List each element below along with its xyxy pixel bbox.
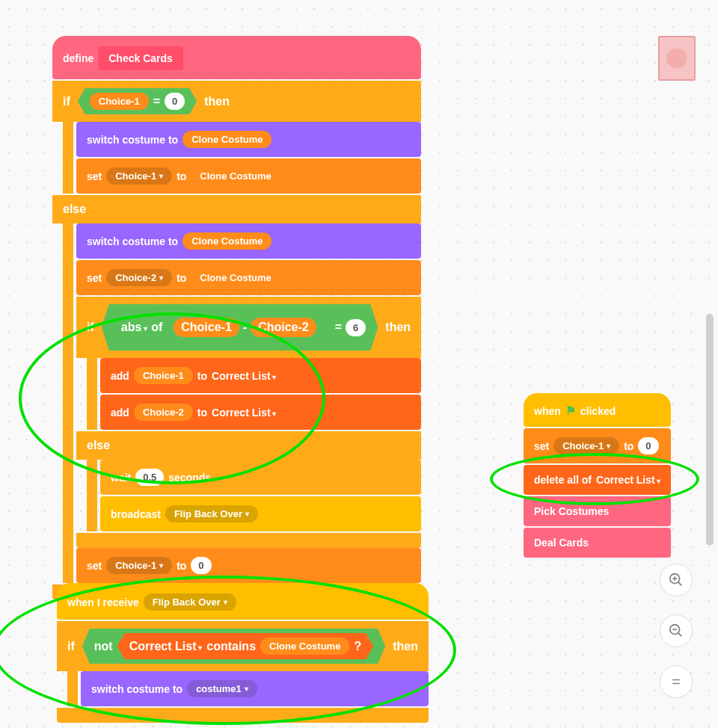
message-dropdown[interactable]: Flip Back Over (144, 593, 236, 611)
when-receive-label: when I receive (67, 596, 139, 608)
set-label: set (87, 272, 102, 284)
abs-of-block[interactable]: abs of Choice-1 - Choice-2 (114, 309, 331, 346)
then-label: then (204, 95, 230, 108)
sprite-thumbnail[interactable] (658, 36, 696, 81)
clicked-label: clicked (580, 405, 616, 417)
else-label: else (76, 431, 421, 460)
switch-costume-block[interactable]: switch costume to costume1 (81, 671, 429, 706)
costume-dropdown[interactable]: costume1 (187, 680, 257, 697)
define-proc-name: Check Cards (98, 46, 183, 70)
choice1-reporter[interactable]: Choice-1 (134, 367, 193, 384)
to-label: to (177, 560, 186, 572)
set-value[interactable]: 0 (638, 437, 658, 454)
choice1-reporter[interactable]: Choice-1 (90, 93, 149, 110)
when-receive-block[interactable]: when I receive Flip Back Over (57, 583, 429, 620)
choice1-dropdown[interactable]: Choice-1 (106, 167, 172, 185)
c-block-cap (76, 533, 421, 548)
clone-costume-reporter[interactable]: Clone Costume (260, 638, 349, 655)
question-mark: ? (354, 640, 361, 653)
wait-label: wait (111, 472, 131, 484)
choice1-dropdown[interactable]: Choice-1 (106, 557, 172, 574)
clone-costume-reporter[interactable]: Clone Costume (191, 269, 280, 286)
if-block[interactable]: if not Correct List contains Clone Costu… (57, 621, 429, 723)
not-condition[interactable]: not Correct List contains Clone Costume … (82, 629, 385, 664)
contains-label: contains (206, 640, 256, 653)
zoom-reset-button[interactable]: = (660, 665, 693, 698)
equals-value[interactable]: 0 (165, 93, 185, 110)
add-to-list-block[interactable]: add Choice-1 to Correct List (100, 358, 421, 393)
svg-line-2 (678, 582, 682, 586)
zoom-out-icon (668, 623, 684, 639)
to-label: to (624, 440, 633, 452)
correct-list-dropdown[interactable]: Correct List (129, 640, 203, 653)
define-block[interactable]: define Check Cards (52, 36, 421, 79)
vertical-scrollbar[interactable] (706, 314, 714, 546)
clone-costume-reporter[interactable]: Clone Costume (191, 167, 280, 185)
cat-sprite-icon (663, 45, 690, 72)
correct-list-dropdown[interactable]: Correct List (212, 407, 276, 419)
then-label: then (385, 321, 411, 334)
delete-all-label: delete all of (534, 474, 592, 486)
flag-script-stack[interactable]: when ⚑ clicked set Choice-1 to 0 delete … (524, 393, 671, 559)
minus-op: - (243, 321, 247, 334)
wait-block[interactable]: wait 0.5 seconds (100, 460, 421, 495)
zoom-in-icon (668, 572, 684, 588)
scratch-workspace[interactable]: define Check Cards if Choice-1 = 0 then … (0, 0, 718, 728)
choice2-reporter[interactable]: Choice-2 (134, 404, 193, 421)
set-value[interactable]: 0 (191, 557, 211, 574)
wait-value[interactable]: 0.5 (135, 469, 164, 486)
equals-op: = (153, 95, 160, 108)
switch-costume-block[interactable]: switch costume to Clone Costume (76, 122, 421, 157)
message-dropdown[interactable]: Flip Back Over (165, 505, 258, 522)
zoom-out-button[interactable] (660, 614, 693, 647)
else-label: else (52, 195, 421, 223)
clone-costume-reporter[interactable]: Clone Costume (182, 131, 271, 148)
main-script-stack[interactable]: define Check Cards if Choice-1 = 0 then … (52, 36, 421, 599)
set-variable-block[interactable]: set Choice-1 to Clone Costume (76, 158, 421, 194)
choice1-dropdown[interactable]: Choice-1 (553, 437, 619, 454)
broadcast-block[interactable]: broadcast Flip Back Over (100, 496, 421, 531)
of-label: of (151, 321, 162, 334)
deal-cards-call[interactable]: Deal Cards (524, 528, 671, 558)
when-flag-clicked-block[interactable]: when ⚑ clicked (524, 393, 671, 427)
if-label: if (67, 640, 75, 653)
add-to-list-block[interactable]: add Choice-2 to Correct List (100, 395, 421, 430)
when-label: when (534, 405, 561, 417)
subtract-block[interactable]: Choice-1 - Choice-2 (166, 313, 323, 342)
if-else-block-2[interactable]: if abs of Choice-1 - Choice-2 = 6 (76, 297, 421, 548)
receive-script-stack[interactable]: when I receive Flip Back Over if not Cor… (57, 583, 429, 723)
equals-condition[interactable]: Choice-1 = 0 (78, 88, 197, 114)
to-label: to (177, 272, 186, 284)
set-variable-block[interactable]: set Choice-1 to 0 (76, 548, 421, 583)
abs-dropdown[interactable]: abs (121, 321, 147, 334)
set-variable-block[interactable]: set Choice-2 to Clone Costume (76, 260, 421, 295)
to-label: to (177, 170, 186, 182)
set-label: set (534, 440, 549, 452)
pick-costumes-label: Pick Costumes (534, 505, 609, 517)
set-variable-block[interactable]: set Choice-1 to 0 (524, 428, 671, 463)
to-label: to (197, 407, 207, 419)
choice2-reporter[interactable]: Choice-2 (251, 318, 316, 337)
green-flag-icon: ⚑ (565, 404, 576, 418)
abs-equals-condition[interactable]: abs of Choice-1 - Choice-2 = 6 (102, 304, 378, 351)
choice1-reporter[interactable]: Choice-1 (174, 318, 239, 337)
if-label: if (87, 321, 94, 334)
seconds-label: seconds (168, 472, 211, 484)
add-label: add (111, 370, 129, 382)
equals-value[interactable]: 6 (346, 319, 366, 336)
pick-costumes-call[interactable]: Pick Costumes (524, 496, 671, 526)
if-else-block-1[interactable]: if Choice-1 = 0 then switch costume to C… (52, 81, 421, 599)
switch-label: switch costume to (87, 235, 178, 247)
zoom-in-button[interactable] (660, 564, 693, 596)
choice2-dropdown[interactable]: Choice-2 (106, 269, 172, 286)
switch-costume-block[interactable]: switch costume to Clone Costume (76, 223, 421, 259)
clone-costume-reporter[interactable]: Clone Costume (182, 232, 271, 250)
list-contains-block[interactable]: Correct List contains Clone Costume ? (117, 633, 374, 659)
delete-all-list-block[interactable]: delete all of Correct List (524, 465, 671, 495)
svg-line-6 (678, 633, 682, 637)
broadcast-label: broadcast (111, 508, 161, 520)
not-label: not (94, 640, 113, 653)
correct-list-dropdown[interactable]: Correct List (596, 474, 660, 486)
correct-list-dropdown[interactable]: Correct List (212, 370, 276, 382)
c-block-cap (57, 708, 429, 723)
